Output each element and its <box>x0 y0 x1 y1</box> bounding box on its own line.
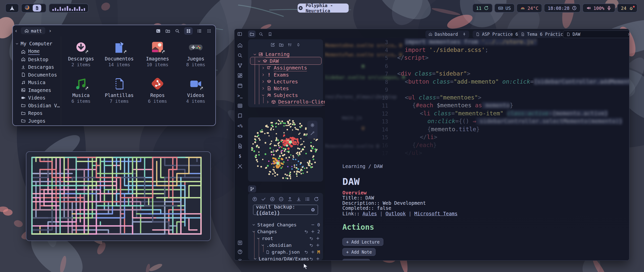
left-sidebar-toggle[interactable] <box>236 30 244 38</box>
sidebar-item-videos[interactable]: Videos <box>13 94 61 102</box>
tree-item-learning[interactable]: Learning <box>253 51 290 58</box>
tree-item-lectures[interactable]: Lectures <box>261 78 298 85</box>
forward-button[interactable]: › <box>47 28 53 34</box>
dock-app-firefox[interactable] <box>24 5 30 12</box>
tree-item-exams[interactable]: ! Exams <box>261 71 289 78</box>
tray-notifications[interactable]: 24 <box>617 4 637 13</box>
back-button[interactable]: ‹ <box>13 28 19 34</box>
git-panel-tab[interactable] <box>248 185 256 192</box>
ribbon-gamepad-icon[interactable] <box>237 133 243 139</box>
sidebar-item-musica[interactable]: Musica <box>13 79 61 86</box>
folder-repos[interactable]: Repos6 items <box>138 74 177 111</box>
ribbon-gear-icon[interactable] <box>237 258 243 261</box>
git-list-icon[interactable] <box>305 196 310 202</box>
tree-item-desarrollo-cliente[interactable]: Desarrollo-Cliente <box>266 98 333 105</box>
sidebar-tab-search[interactable] <box>257 30 265 38</box>
git-circle-minus-icon[interactable] <box>278 196 284 202</box>
ribbon-search-icon[interactable] <box>237 53 243 58</box>
sidebar-item-obsidian-v-[interactable]: Obsidian V… <box>13 102 61 110</box>
partial-button[interactable] <box>342 259 370 260</box>
git-check-icon[interactable] <box>261 196 266 202</box>
tray-keyboard-layout[interactable]: US <box>494 4 515 13</box>
open-terminal-button[interactable] <box>155 28 161 34</box>
explorer-folder-plus-icon[interactable] <box>279 42 284 47</box>
explorer-sort-icon[interactable] <box>287 42 292 47</box>
tab-asp-practice-6[interactable]: ASP Practice 6 <box>473 30 512 38</box>
plus-icon[interactable] <box>316 257 320 261</box>
tab-dashboard[interactable]: Dashboard <box>425 30 469 38</box>
breadcrumb[interactable]: matt <box>21 27 45 34</box>
ribbon-terminal-icon[interactable]: >_ <box>237 93 243 98</box>
button--add-lecture[interactable]: + Add Lecture <box>342 238 383 246</box>
commit-message-input[interactable]: vault backup: {{date}} <box>253 205 318 215</box>
close-tab-icon[interactable] <box>627 32 629 36</box>
sidebar-item-my-computer[interactable]: My Computer <box>15 41 61 46</box>
tray-volume[interactable]: 100% <box>582 4 615 13</box>
sidebar-tab-folder[interactable] <box>248 30 256 38</box>
tray-updates[interactable]: 11 <box>472 4 493 13</box>
undo-icon[interactable] <box>304 250 308 254</box>
folder-musica[interactable]: Musica6 items <box>62 74 100 111</box>
ribbon-book-icon[interactable] <box>237 113 243 119</box>
ribbon-dollar-icon[interactable]: $ <box>237 153 243 159</box>
folder-imagenes[interactable]: Imagenes10 items <box>138 38 177 74</box>
undo-icon[interactable] <box>304 229 308 234</box>
tree-item-notes[interactable]: Notes <box>261 85 289 92</box>
link-microsoft-teams[interactable]: Microsoft Teams <box>414 211 458 216</box>
tab-daw[interactable]: DAW <box>563 30 629 38</box>
launcher-button[interactable] <box>5 4 19 13</box>
new-folder-button[interactable] <box>165 28 171 34</box>
search-button[interactable] <box>175 28 180 34</box>
folder-videos[interactable]: Videos4 items <box>177 74 215 111</box>
git-row-staged-changes[interactable]: Staged Changes0 <box>248 221 320 228</box>
git-upload-icon[interactable] <box>287 196 293 202</box>
sidebar-item-imagenes[interactable]: Imagenes <box>13 86 61 94</box>
button--add-note[interactable]: + Add Note <box>342 248 376 256</box>
ribbon-code-percent-icon[interactable]: <% <box>237 123 243 129</box>
sidebar-item-descargas[interactable]: Descargas <box>13 63 61 71</box>
sidebar-item-juegos[interactable]: Juegos <box>13 117 61 125</box>
folder-descargas[interactable]: Descargas2 items <box>62 38 100 74</box>
clear-message-icon[interactable] <box>311 208 315 212</box>
plus-icon[interactable] <box>311 250 315 254</box>
folder-documentos[interactable]: Documentos14 items <box>100 38 138 74</box>
tab-tema-6-pr-cticas-[interactable]: Tema 6 Prácticas -… <box>518 30 561 38</box>
plus-icon[interactable] <box>311 229 315 234</box>
folder-plantillas[interactable]: Plantillas7 items <box>100 74 138 111</box>
compact-view-button[interactable] <box>206 28 212 34</box>
plus-icon[interactable] <box>316 236 320 241</box>
ribbon-git-graph-icon[interactable] <box>237 63 243 68</box>
explorer-edit-icon[interactable] <box>270 42 275 47</box>
folder-juegos[interactable]: Juegos8 items <box>177 38 215 74</box>
ribbon-vault-icon[interactable] <box>237 240 243 246</box>
graph-wand-icon[interactable] <box>310 131 315 137</box>
git-refresh-icon[interactable] <box>314 196 319 202</box>
link-aules[interactable]: Aules <box>363 211 377 216</box>
git-download-tray-icon[interactable] <box>296 196 301 202</box>
list-view-button[interactable] <box>197 28 202 34</box>
undo-icon[interactable] <box>309 257 313 261</box>
git-row-changes[interactable]: Changes2 <box>248 228 320 235</box>
tray-clock[interactable]: 18:08:28 <box>544 4 581 13</box>
minus-icon[interactable] <box>311 223 315 227</box>
dock-app-files[interactable] <box>33 5 41 12</box>
sidebar-item-repos[interactable]: Repos <box>13 109 61 117</box>
sidebar-item-documentos[interactable]: Documentos <box>13 71 61 79</box>
ribbon-help-icon[interactable] <box>237 249 243 255</box>
sidebar-item-desktop[interactable]: Desktop <box>13 56 61 63</box>
sidebar-item-partial[interactable] <box>13 125 61 125</box>
git-circle-plus-icon[interactable] <box>270 196 275 202</box>
now-playing-widget[interactable]: Polyphia - Neurotica <box>298 4 349 13</box>
tray-weather[interactable]: 24°C <box>516 4 542 13</box>
graph-gear-icon[interactable] <box>310 123 315 129</box>
explorer-collapse-icon[interactable] <box>296 42 301 47</box>
ribbon-calendar-icon[interactable] <box>237 83 243 88</box>
undo-icon[interactable] <box>309 243 313 247</box>
sidebar-item-home[interactable]: Home <box>13 48 61 56</box>
ribbon-layout-icon[interactable] <box>237 73 243 78</box>
grid-view-button[interactable] <box>184 27 193 35</box>
ribbon-swords-icon[interactable] <box>237 163 243 169</box>
link-outlook[interactable]: Outlook <box>386 211 406 216</box>
tree-item-daw[interactable]: DAW <box>257 58 279 64</box>
ribbon-table-icon[interactable] <box>237 103 243 109</box>
